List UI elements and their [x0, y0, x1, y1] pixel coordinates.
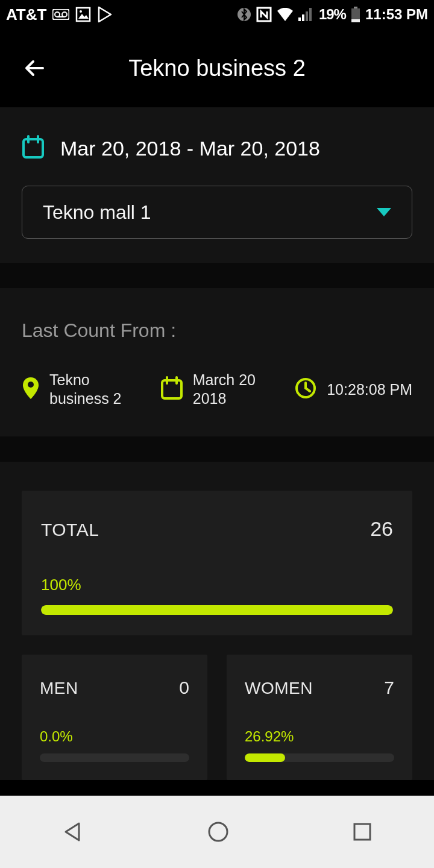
- men-bar-track: [40, 753, 189, 762]
- svg-point-6: [80, 10, 82, 13]
- date-text: March 20 2018: [193, 371, 256, 409]
- arrow-left-icon: [24, 57, 46, 80]
- last-count-row: Tekno business 2 March 20 2018 10:28:08 …: [22, 371, 412, 409]
- picture-icon: [75, 7, 91, 22]
- women-label: WOMEN: [245, 679, 313, 698]
- dropdown-selected: Tekno mall 1: [43, 201, 151, 224]
- men-label: MEN: [40, 679, 78, 698]
- back-button[interactable]: [22, 55, 48, 81]
- women-bar-fill: [245, 753, 285, 762]
- play-store-icon: [97, 6, 113, 23]
- voicemail-icon: [52, 9, 69, 20]
- women-pct: 26.92%: [245, 728, 394, 745]
- triangle-back-icon: [61, 820, 85, 844]
- nfc-icon: [256, 7, 272, 22]
- svg-point-26: [209, 823, 227, 841]
- square-recent-icon: [351, 821, 373, 843]
- svg-marker-5: [78, 14, 89, 19]
- date-range-row[interactable]: Mar 20, 2018 - Mar 20, 2018: [0, 107, 434, 186]
- bluetooth-icon: [237, 7, 251, 22]
- carrier-label: AT&T: [6, 5, 46, 24]
- nav-recent-button[interactable]: [351, 821, 373, 843]
- date-range-text: Mar 20, 2018 - Mar 20, 2018: [60, 137, 320, 160]
- men-pct: 0.0%: [40, 728, 189, 745]
- total-pct: 100%: [41, 576, 393, 594]
- svg-point-20: [28, 382, 34, 388]
- battery-icon: [351, 7, 360, 22]
- men-value: 0: [179, 678, 189, 698]
- circle-home-icon: [206, 820, 230, 844]
- time-text: 10:28:08 PM: [327, 380, 412, 399]
- wifi-icon: [277, 8, 294, 21]
- women-bar-track: [245, 753, 394, 762]
- stats-cards: TOTAL 26 100% MEN 0 0.0% W: [0, 462, 434, 780]
- clock-icon: [294, 377, 317, 402]
- total-card: TOTAL 26 100%: [22, 491, 412, 635]
- section-divider-2: [0, 436, 434, 462]
- gender-row: MEN 0 0.0% WOMEN 7 26.92%: [22, 655, 412, 780]
- calendar-small-icon: [160, 376, 183, 403]
- status-left: AT&T: [6, 5, 113, 24]
- women-value: 7: [384, 678, 394, 698]
- app-header: Tekno business 2: [0, 29, 434, 107]
- total-label: TOTAL: [41, 520, 99, 540]
- date-line2: 2018: [193, 389, 256, 408]
- section-divider: [0, 263, 434, 288]
- total-value: 26: [370, 517, 393, 541]
- last-count-location: Tekno business 2: [22, 371, 122, 409]
- total-bar-track: [41, 605, 393, 615]
- clock-label: 11:53 PM: [365, 6, 428, 23]
- svg-rect-27: [354, 824, 370, 840]
- location-dropdown[interactable]: Tekno mall 1: [22, 186, 412, 239]
- women-card: WOMEN 7 26.92%: [227, 655, 412, 780]
- status-right: 19% 11:53 PM: [237, 6, 428, 23]
- total-bar-fill: [41, 605, 393, 615]
- location-line2: business 2: [49, 389, 122, 408]
- page-title: Tekno business 2: [0, 55, 434, 81]
- last-count-date: March 20 2018: [160, 371, 256, 409]
- location-text: Tekno business 2: [49, 371, 122, 409]
- date-line1: March 20: [193, 371, 256, 389]
- chevron-down-icon: [377, 208, 391, 216]
- svg-rect-16: [351, 19, 360, 22]
- svg-rect-12: [306, 11, 308, 21]
- last-count-section: Last Count From : Tekno business 2 March…: [0, 288, 434, 436]
- svg-rect-17: [24, 139, 43, 157]
- svg-point-1: [55, 12, 60, 17]
- last-count-time: 10:28:08 PM: [294, 377, 412, 402]
- svg-rect-10: [298, 17, 301, 21]
- nav-back-button[interactable]: [61, 820, 85, 844]
- svg-marker-7: [99, 7, 111, 22]
- android-nav-bar: [0, 796, 434, 868]
- location-line1: Tekno: [49, 371, 122, 389]
- svg-rect-13: [309, 8, 312, 21]
- nav-home-button[interactable]: [206, 820, 230, 844]
- men-card: MEN 0 0.0%: [22, 655, 207, 780]
- svg-rect-21: [162, 380, 181, 398]
- calendar-icon: [22, 135, 45, 162]
- status-bar: AT&T 19% 11:53 PM: [0, 0, 434, 29]
- signal-icon: [298, 8, 314, 21]
- location-pin-icon: [22, 376, 40, 403]
- last-count-title: Last Count From :: [22, 319, 412, 342]
- svg-marker-25: [66, 823, 79, 840]
- svg-rect-4: [77, 8, 90, 21]
- svg-point-2: [62, 12, 67, 17]
- content-area: Mar 20, 2018 - Mar 20, 2018 Tekno mall 1…: [0, 107, 434, 780]
- battery-pct: 19%: [319, 6, 346, 23]
- svg-rect-14: [354, 7, 357, 8]
- svg-rect-11: [302, 14, 304, 21]
